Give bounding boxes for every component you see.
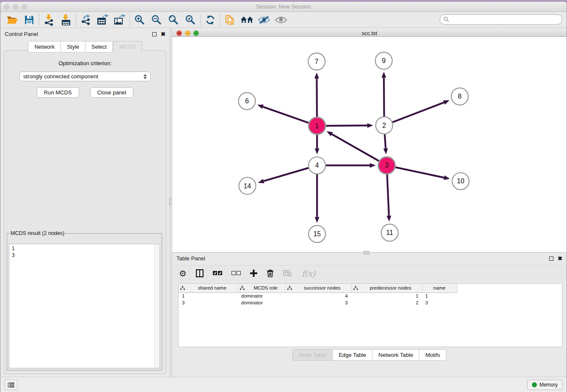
import-table-icon[interactable] bbox=[58, 13, 74, 27]
column-header-predecessor-nodes[interactable]: predecessor nodes bbox=[351, 284, 422, 293]
tab-select[interactable]: Select bbox=[85, 41, 113, 52]
control-panel-tabs: NetworkStyleSelectMCDS bbox=[0, 41, 170, 52]
toolbar-separator bbox=[39, 14, 39, 26]
search-input[interactable] bbox=[451, 17, 562, 22]
function-builder-icon[interactable]: f(x) bbox=[302, 269, 316, 278]
refresh-view-icon[interactable] bbox=[202, 13, 219, 27]
open-file-icon[interactable] bbox=[4, 13, 21, 27]
edge-2-8[interactable] bbox=[393, 102, 444, 122]
mcds-result-list[interactable]: 13 bbox=[9, 244, 160, 368]
zoom-in-icon[interactable] bbox=[131, 13, 148, 27]
cell-successor-nodes[interactable]: 3 bbox=[285, 299, 351, 306]
network-window-titlebar[interactable]: ✕ − + scc.txt bbox=[172, 28, 567, 37]
criterion-dropdown[interactable]: strongly connected component bbox=[19, 72, 151, 81]
tab-style[interactable]: Style bbox=[61, 41, 85, 52]
table-toolbar: ⚙ bbox=[172, 265, 567, 281]
edge-2-3[interactable] bbox=[385, 134, 385, 148]
new-network-from-selection-icon[interactable] bbox=[222, 13, 239, 27]
tab-edge-table[interactable]: Edge Table bbox=[333, 349, 372, 361]
column-header-name[interactable]: name bbox=[422, 284, 457, 293]
unselect-all-columns-icon[interactable] bbox=[231, 271, 241, 276]
tab-node-table[interactable]: Node Table bbox=[292, 349, 333, 361]
cell-MCDS-role[interactable]: dominator bbox=[238, 293, 285, 299]
edge-1-2[interactable] bbox=[326, 126, 367, 126]
close-panel-icon[interactable]: ✖ bbox=[161, 31, 165, 37]
edge-arrowhead bbox=[383, 148, 388, 154]
tab-mcds[interactable]: MCDS bbox=[113, 41, 142, 52]
edge-3-10[interactable] bbox=[395, 167, 444, 178]
node-label-10: 10 bbox=[457, 177, 465, 185]
column-label: name bbox=[424, 285, 455, 290]
network-canvas[interactable]: 7968124314101511 bbox=[172, 37, 567, 252]
delete-columns-icon[interactable] bbox=[267, 269, 274, 277]
edge-arrowhead bbox=[257, 105, 264, 109]
edge-2-9[interactable] bbox=[384, 78, 384, 117]
cell-shared-name[interactable]: 1 bbox=[179, 293, 238, 299]
tab-network-table[interactable]: Network Table bbox=[372, 349, 419, 361]
edge-arrowhead bbox=[370, 163, 376, 168]
node-label-7: 7 bbox=[315, 58, 319, 65]
import-network-icon[interactable] bbox=[41, 13, 58, 27]
export-image-icon[interactable] bbox=[111, 13, 128, 27]
edge-3-11[interactable] bbox=[387, 174, 389, 216]
tab-network[interactable]: Network bbox=[28, 41, 61, 52]
table-row[interactable]: 3dominator323 bbox=[179, 299, 457, 306]
task-history-button[interactable] bbox=[5, 380, 17, 390]
edge-arrowhead bbox=[315, 149, 319, 155]
edge-1-6[interactable] bbox=[263, 107, 308, 123]
column-header-MCDS-role[interactable]: MCDS role bbox=[238, 284, 285, 293]
save-session-icon[interactable] bbox=[21, 13, 38, 27]
node-table[interactable]: shared nameMCDS rolesuccessor nodesprede… bbox=[178, 283, 562, 347]
edge-4-14[interactable] bbox=[264, 168, 308, 181]
zoom-out-icon[interactable] bbox=[148, 13, 165, 27]
tab-motifs[interactable]: Motifs bbox=[419, 349, 446, 361]
float-panel-icon[interactable] bbox=[152, 32, 157, 36]
column-view-icon[interactable] bbox=[196, 269, 204, 277]
cell-predecessor-nodes[interactable]: 1 bbox=[351, 293, 422, 299]
sort-hierarchy-icon bbox=[287, 286, 292, 290]
first-neighbors-icon[interactable] bbox=[239, 13, 256, 27]
cell-successor-nodes[interactable]: 4 bbox=[285, 293, 351, 299]
edge-arrowhead bbox=[443, 100, 449, 105]
toolbar-separator bbox=[129, 14, 130, 26]
show-all-icon[interactable] bbox=[272, 13, 289, 27]
edge-1-7[interactable] bbox=[317, 79, 317, 117]
list-icon bbox=[8, 382, 14, 388]
cell-shared-name[interactable]: 3 bbox=[179, 299, 238, 306]
table-options-icon[interactable]: ⚙ bbox=[179, 268, 187, 279]
search-field[interactable] bbox=[440, 14, 562, 25]
node-label-14: 14 bbox=[244, 182, 251, 190]
zoom-fit-icon[interactable] bbox=[165, 13, 182, 27]
edge-3-1[interactable] bbox=[332, 134, 379, 161]
node-label-6: 6 bbox=[245, 97, 249, 105]
zoom-selected-icon[interactable] bbox=[182, 13, 199, 27]
column-header-shared-name[interactable]: shared name bbox=[179, 284, 238, 293]
table-row[interactable]: 1dominator411 bbox=[179, 293, 457, 299]
table-panel: Table Panel ✖ ⚙ bbox=[172, 253, 567, 377]
close-table-panel-icon[interactable]: ✖ bbox=[558, 256, 562, 261]
column-header-successor-nodes[interactable]: successor nodes bbox=[285, 284, 351, 293]
add-column-icon[interactable] bbox=[250, 270, 257, 277]
export-network-icon[interactable] bbox=[77, 13, 94, 27]
cell-name[interactable]: 1 bbox=[422, 293, 457, 299]
cell-predecessor-nodes[interactable]: 2 bbox=[351, 299, 422, 306]
float-table-panel-icon[interactable] bbox=[549, 257, 553, 261]
memory-button[interactable]: Memory bbox=[527, 380, 562, 390]
run-mcds-button[interactable]: Run MCDS bbox=[37, 87, 79, 98]
delete-table-icon[interactable] bbox=[283, 270, 292, 277]
edge-arrowhead bbox=[315, 217, 319, 223]
select-all-columns-icon[interactable] bbox=[213, 271, 222, 276]
network-graph[interactable]: 7968124314101511 bbox=[172, 37, 567, 252]
horizontal-divider-grip[interactable] bbox=[363, 251, 369, 254]
column-label: MCDS role bbox=[248, 285, 284, 290]
result-scrollbar[interactable] bbox=[154, 244, 160, 368]
toolbar-separator bbox=[220, 14, 220, 26]
control-panel-title: Control Panel bbox=[5, 31, 152, 37]
node-label-1: 1 bbox=[315, 122, 319, 130]
cell-MCDS-role[interactable]: dominator bbox=[238, 299, 285, 306]
application-window: Session: New Session bbox=[0, 1, 567, 392]
hide-selected-icon[interactable] bbox=[256, 13, 272, 27]
export-table-icon[interactable] bbox=[94, 13, 111, 27]
cell-name[interactable]: 3 bbox=[422, 299, 457, 306]
close-panel-button[interactable]: Close panel bbox=[90, 87, 134, 98]
